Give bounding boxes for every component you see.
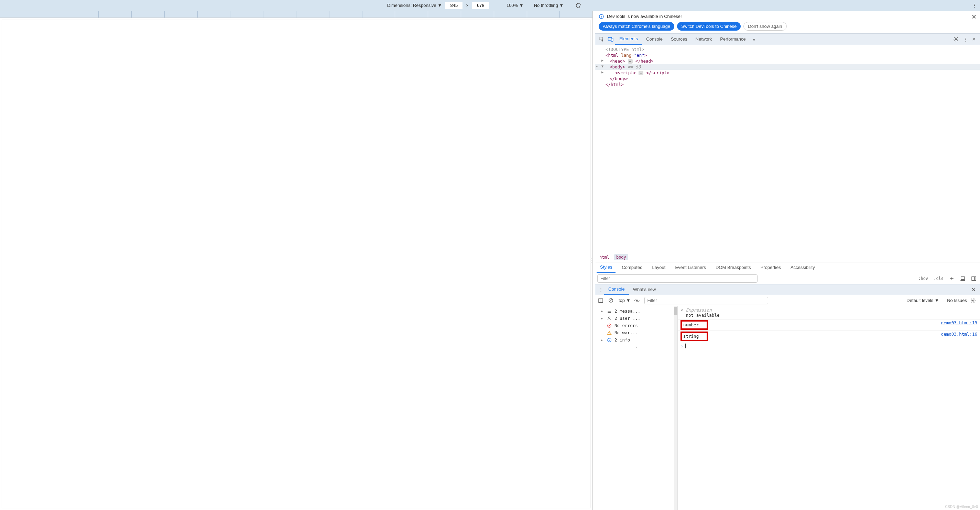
dimensions-dropdown[interactable]: Dimensions: Responsive ▼ <box>387 3 442 8</box>
issues-link[interactable]: No Issues <box>947 298 967 303</box>
drawer-close-icon[interactable]: ✕ <box>969 287 978 293</box>
list-icon <box>607 309 612 314</box>
tab-network[interactable]: Network <box>692 34 716 45</box>
tab-layout[interactable]: Layout <box>649 262 669 273</box>
inspect-icon[interactable] <box>597 37 606 42</box>
svg-rect-10 <box>961 277 965 280</box>
console-output: ✕ Expression not available number demo03… <box>678 306 980 510</box>
drawer-tab-console[interactable]: Console <box>604 284 629 295</box>
devtools-close-icon[interactable]: ✕ <box>970 37 978 42</box>
tab-properties[interactable]: Properties <box>757 262 784 273</box>
x-separator: × <box>466 3 469 8</box>
dont-show-button[interactable]: Don't show again <box>743 22 786 30</box>
device-more-icon[interactable]: ⋮ <box>969 3 980 8</box>
sidebar-messages[interactable]: ▶ 2 messa... <box>595 308 678 315</box>
drawer-tab-whatsnew[interactable]: What's new <box>629 284 660 295</box>
breadcrumb-body[interactable]: body <box>614 254 628 260</box>
console-settings-icon[interactable] <box>970 298 977 303</box>
drawer-more-icon[interactable]: ⋮ <box>597 287 604 292</box>
svg-line-17 <box>610 299 612 302</box>
width-input[interactable] <box>445 2 463 9</box>
tab-dom-breakpoints[interactable]: DOM Breakpoints <box>712 262 754 273</box>
tab-accessibility[interactable]: Accessibility <box>787 262 818 273</box>
expression-result: not available <box>686 312 720 318</box>
tab-performance[interactable]: Performance <box>716 34 749 45</box>
elements-tree[interactable]: <!DOCTYPE html> <html lang="en"> ▶ <head… <box>595 45 980 252</box>
switch-chinese-button[interactable]: Switch DevTools to Chinese <box>677 22 741 30</box>
levels-dropdown[interactable]: Default levels ▼ <box>907 298 939 303</box>
toggle-sidebar-icon[interactable] <box>970 276 978 281</box>
error-icon <box>607 323 612 328</box>
cls-button[interactable]: .cls <box>932 276 945 281</box>
clear-console-icon[interactable] <box>608 298 615 303</box>
console-prompt[interactable]: › <box>678 342 980 350</box>
console-filter-input[interactable] <box>644 297 768 304</box>
device-top-bar: Dimensions: Responsive ▼ × 100% ▼ No thr… <box>0 0 980 11</box>
svg-point-19 <box>972 300 974 301</box>
user-icon <box>607 316 612 321</box>
context-dropdown[interactable]: top ▼ <box>619 298 631 303</box>
hov-button[interactable]: :hov <box>917 276 929 281</box>
rotate-icon[interactable] <box>575 2 581 9</box>
always-match-button[interactable]: Always match Chrome's language <box>599 22 674 30</box>
watermark: CSDN @Aileen_0v0 <box>945 505 978 508</box>
throttling-dropdown[interactable]: No throttling ▼ <box>534 3 564 8</box>
tab-styles[interactable]: Styles <box>597 262 616 273</box>
log-row[interactable]: string demo03.html:16 <box>678 331 980 342</box>
devtools-tabbar: Elements Console Sources Network Perform… <box>595 33 980 45</box>
drawer-tabs: ⋮ Console What's new ✕ <box>595 284 980 295</box>
breadcrumb: html body <box>595 252 980 262</box>
breadcrumb-html[interactable]: html <box>599 255 609 260</box>
console-sidebar: ▶ 2 messa... ▶ 2 user ... No errors <box>595 306 678 510</box>
zoom-dropdown[interactable]: 100% ▼ <box>506 3 524 8</box>
banner-text: DevTools is now available in Chinese! <box>607 14 682 19</box>
banner-close-icon[interactable]: ✕ <box>971 13 977 21</box>
viewport-pane <box>0 11 593 510</box>
sidebar-info[interactable]: ▶ 2 info <box>595 336 678 344</box>
device-toggle-icon[interactable] <box>606 37 615 42</box>
new-style-rule-icon[interactable] <box>948 276 956 281</box>
live-expression-icon[interactable] <box>634 298 641 303</box>
log-value: string <box>681 332 708 341</box>
settings-icon[interactable] <box>953 37 961 42</box>
doctype: <!DOCTYPE html> <box>606 47 644 52</box>
sidebar-toggle-icon[interactable] <box>598 298 605 303</box>
svg-rect-14 <box>599 298 603 302</box>
sidebar-scrollbar[interactable] <box>674 306 678 510</box>
tab-elements[interactable]: Elements <box>615 33 642 45</box>
tab-event-listeners[interactable]: Event Listeners <box>671 262 710 273</box>
more-tabs-icon[interactable]: » <box>750 37 758 42</box>
svg-point-23 <box>609 317 610 319</box>
info-icon <box>607 338 612 343</box>
remove-expression-icon[interactable]: ✕ <box>681 308 683 312</box>
live-expression-row[interactable]: ✕ Expression not available <box>678 306 980 319</box>
devtools-pane: DevTools is now available in Chinese! ✕ … <box>595 11 980 510</box>
svg-rect-6 <box>611 38 613 41</box>
device-toolbar: Dimensions: Responsive ▼ × 100% ▼ No thr… <box>0 2 969 9</box>
styles-filter-input[interactable] <box>597 274 757 283</box>
rendered-page[interactable] <box>2 20 590 508</box>
viewport-ruler <box>0 11 592 18</box>
warning-icon <box>607 330 612 335</box>
device-icon[interactable] <box>959 276 967 281</box>
sidebar-warnings[interactable]: No war... <box>595 329 678 336</box>
styles-toolbar: :hov .cls <box>595 273 980 284</box>
tab-computed[interactable]: Computed <box>618 262 646 273</box>
chevron-right-icon: › <box>681 344 683 349</box>
sidebar-errors[interactable]: No errors <box>595 322 678 329</box>
tab-sources[interactable]: Sources <box>667 34 692 45</box>
tab-console[interactable]: Console <box>642 34 667 45</box>
expression-placeholder[interactable]: Expression <box>686 308 720 312</box>
kebab-icon[interactable]: ⋮ <box>961 37 970 42</box>
svg-rect-12 <box>972 277 976 280</box>
log-source-link[interactable]: demo03.html:13 <box>941 320 977 330</box>
selected-node[interactable]: ⋯▼ <body> == $0 <box>595 64 980 70</box>
console-toolbar: top ▼ Default levels ▼ | No Issues <box>595 295 980 306</box>
log-value: number <box>681 320 708 330</box>
svg-point-7 <box>955 38 957 40</box>
console-body: ▶ 2 messa... ▶ 2 user ... No errors <box>595 306 980 510</box>
sidebar-user[interactable]: ▶ 2 user ... <box>595 315 678 322</box>
height-input[interactable] <box>472 2 489 9</box>
log-row[interactable]: number demo03.html:13 <box>678 319 980 331</box>
log-source-link[interactable]: demo03.html:16 <box>941 332 977 341</box>
